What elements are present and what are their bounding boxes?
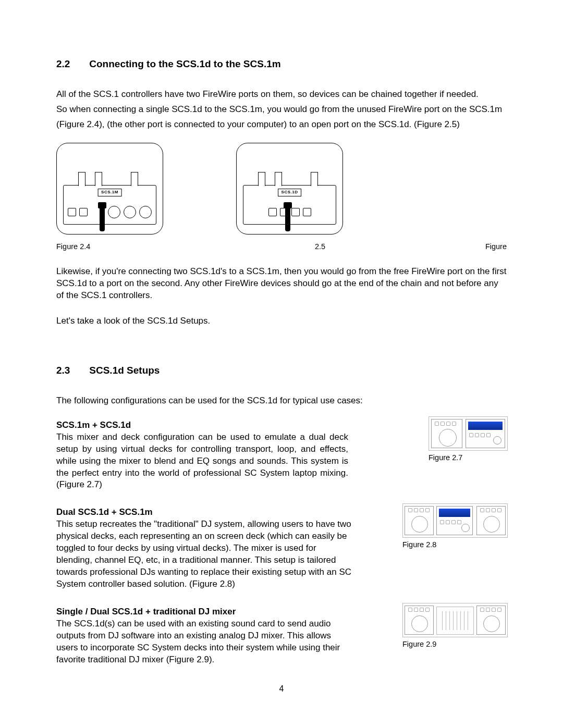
- setup-1-text: SCS.1m + SCS.1d This mixer and deck conf…: [56, 419, 348, 491]
- s23-intro: The following configurations can be used…: [56, 395, 507, 407]
- setup-3-body: The SCS.1d(s) can be used with an existi…: [56, 619, 340, 664]
- device-scs1d: SCS.1D: [243, 185, 336, 225]
- ports-row: [68, 203, 152, 221]
- setup-3-title: Single / Dual SCS.1d + traditional DJ mi…: [56, 606, 354, 618]
- setup-3: Single / Dual SCS.1d + traditional DJ mi…: [56, 606, 507, 666]
- device-label: SCS.1D: [278, 189, 302, 196]
- cable-icon: [100, 206, 105, 231]
- section-title: Connecting to the SCS.1d to the SCS.1m: [89, 58, 280, 69]
- s22-para1-line3: (Figure 2.4), (the other port is connect…: [56, 119, 507, 131]
- figure-2-5: SCS.1D: [236, 143, 343, 235]
- s22-para3: Let's take a look of the SCS.1d Setups.: [56, 315, 507, 327]
- setup-2-title: Dual SCS.1d + SCS.1m: [56, 507, 354, 519]
- s22-para2-block: Likewise, if you're connecting two SCS.1…: [56, 266, 507, 302]
- figure-2-7-caption: Figure 2.7: [429, 453, 507, 463]
- figure-2-7-image: [429, 416, 508, 451]
- port-icon: [303, 208, 311, 216]
- setup-2: Dual SCS.1d + SCS.1m This setup recreate…: [56, 507, 507, 590]
- port-icon: [108, 206, 120, 218]
- figure-2-8-image: [402, 503, 508, 538]
- content-area: 2.2 Connecting to the SCS.1d to the SCS.…: [56, 57, 507, 666]
- figure-2-8: Figure 2.8: [402, 503, 507, 550]
- port-icon: [139, 206, 152, 218]
- s22-para1-line1: All of the SCS.1 controllers have two Fi…: [56, 89, 507, 101]
- device-label: SCS.1M: [97, 189, 122, 196]
- figure-2-4: SCS.1M: [56, 143, 163, 235]
- figure-2-9: Figure 2.9: [402, 603, 507, 650]
- figure-2-5-number: 2.5: [315, 242, 325, 252]
- setup-1: SCS.1m + SCS.1d This mixer and deck conf…: [56, 419, 507, 491]
- figure-caption-row: Figure 2.4 2.5 Figure: [56, 242, 507, 252]
- port-icon: [268, 208, 277, 216]
- port-icon: [291, 208, 300, 216]
- page: 2.2 Connecting to the SCS.1d to the SCS.…: [0, 0, 563, 728]
- figure-2-7: Figure 2.7: [429, 416, 507, 463]
- s22-para1-line2: So when connecting a single SCS.1d to th…: [56, 104, 507, 116]
- section-number: 2.2: [56, 57, 87, 71]
- figure-2-9-caption: Figure 2.9: [402, 639, 507, 650]
- device-scs1m: SCS.1M: [63, 185, 156, 225]
- figure-2-8-caption: Figure 2.8: [402, 540, 507, 550]
- setup-3-text: Single / Dual SCS.1d + traditional DJ mi…: [56, 606, 354, 666]
- setup-2-body: This setup recreates the "traditional" D…: [56, 519, 351, 589]
- figure-2-4-caption: Figure 2.4: [56, 242, 90, 252]
- page-number: 4: [0, 683, 563, 695]
- section-2-3-heading: 2.3 SCS.1d Setups: [56, 364, 507, 377]
- figure-2-9-image: [402, 603, 508, 637]
- section-number: 2.3: [56, 364, 87, 377]
- s22-para2: Likewise, if you're connecting two SCS.1…: [56, 266, 507, 302]
- antenna-icon: [311, 172, 318, 186]
- cable-icon: [285, 206, 290, 231]
- setup-2-text: Dual SCS.1d + SCS.1m This setup recreate…: [56, 507, 354, 590]
- section-title: SCS.1d Setups: [89, 365, 160, 376]
- antenna-icon: [131, 172, 138, 186]
- figure-2-5-word: Figure: [485, 242, 507, 252]
- port-icon: [68, 208, 76, 216]
- port-icon: [79, 208, 88, 216]
- port-icon: [124, 206, 136, 218]
- setup-1-title: SCS.1m + SCS.1d: [56, 419, 348, 431]
- figure-row-24-25: SCS.1M SCS.1D: [56, 143, 507, 237]
- setup-1-body: This mixer and deck configuration can be…: [56, 432, 348, 490]
- section-2-2-heading: 2.2 Connecting to the SCS.1d to the SCS.…: [56, 57, 507, 71]
